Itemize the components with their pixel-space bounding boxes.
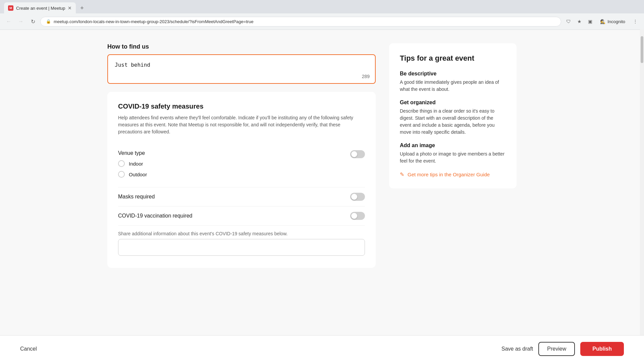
bottom-bar: Cancel Save as draft Preview Publish <box>0 335 644 362</box>
forward-button[interactable]: → <box>16 17 25 26</box>
sidebar-icon[interactable]: ▣ <box>585 17 595 26</box>
additional-info-input[interactable] <box>118 239 365 256</box>
right-sidebar: Tips for a great event Be descriptive A … <box>389 43 517 276</box>
address-bar[interactable]: 🔒 meetup.com/london-locals-new-in-town-m… <box>40 17 561 26</box>
lock-icon: 🔒 <box>46 19 51 24</box>
masks-toggle-thumb <box>351 194 357 200</box>
tip-text-image: Upload a photo or image to give members … <box>400 150 506 165</box>
how-to-find-us-container: Just behind 289 <box>107 54 376 84</box>
outdoor-label: Outdoor <box>129 172 147 177</box>
tab-close-button[interactable]: ✕ <box>68 5 72 11</box>
page-content: How to find us Just behind 289 COVID-19 … <box>87 30 557 276</box>
masks-required-row: Masks required <box>118 187 365 206</box>
main-form: How to find us Just behind 289 COVID-19 … <box>107 43 376 276</box>
back-button[interactable]: ← <box>4 17 13 26</box>
shield-icon[interactable]: 🛡 <box>564 17 573 26</box>
refresh-button[interactable]: ↻ <box>28 17 38 26</box>
favicon-icon: M <box>8 5 13 11</box>
tip-text-organized: Describe things in a clear order so it's… <box>400 108 506 136</box>
masks-required-toggle[interactable] <box>350 193 365 201</box>
browser-titlebar: M Create an event | Meetup ✕ + <box>0 0 644 13</box>
vaccination-required-row: COVID-19 vaccination required <box>118 206 365 226</box>
organizer-guide-link[interactable]: ✎ Get more tips in the Organizer Guide <box>400 171 506 178</box>
vaccination-toggle-track <box>350 212 365 220</box>
indoor-radio[interactable] <box>118 160 125 167</box>
menu-button[interactable]: ⋮ <box>631 17 640 26</box>
masks-required-label: Masks required <box>118 194 155 200</box>
indoor-label: Indoor <box>129 161 143 167</box>
tips-card: Tips for a great event Be descriptive A … <box>389 43 517 188</box>
how-to-find-us-label: How to find us <box>107 43 376 50</box>
tab-title: Create an event | Meetup <box>16 6 65 11</box>
tips-title: Tips for a great event <box>400 54 506 63</box>
incognito-button[interactable]: 🕵 Incognito <box>596 18 629 25</box>
tip-item-descriptive: Be descriptive A good title immediately … <box>400 71 506 93</box>
organizer-guide-anchor[interactable]: Get more tips in the Organizer Guide <box>408 172 490 177</box>
scrollbar[interactable] <box>640 29 644 335</box>
venue-type-toggle-track <box>350 150 365 158</box>
tip-heading-image: Add an image <box>400 142 506 148</box>
additional-info-label: Share additional information about this … <box>118 231 365 236</box>
venue-type-label: Venue type <box>118 150 350 156</box>
publish-button[interactable]: Publish <box>580 342 624 356</box>
outdoor-radio[interactable] <box>118 171 125 178</box>
incognito-label: Incognito <box>607 19 625 24</box>
right-actions: Save as draft Preview Publish <box>501 342 624 356</box>
url-text: meetup.com/london-locals-new-in-town-mee… <box>54 19 254 24</box>
covid-section: COVID-19 safety measures Help attendees … <box>107 92 376 268</box>
browser-tab[interactable]: M Create an event | Meetup ✕ <box>4 2 76 14</box>
tip-text-descriptive: A good title immediately gives people an… <box>400 79 506 93</box>
how-to-find-us-input[interactable]: Just behind <box>108 55 375 82</box>
tip-item-image: Add an image Upload a photo or image to … <box>400 142 506 165</box>
new-tab-button[interactable]: + <box>77 3 87 13</box>
masks-toggle-track <box>350 193 365 201</box>
preview-button[interactable]: Preview <box>538 342 575 356</box>
covid-description: Help attendees find events where they'll… <box>118 114 365 135</box>
tip-heading-descriptive: Be descriptive <box>400 71 506 77</box>
cancel-button[interactable]: Cancel <box>20 346 37 352</box>
outdoor-option[interactable]: Outdoor <box>118 171 350 178</box>
covid-title: COVID-19 safety measures <box>118 103 365 110</box>
tip-heading-organized: Get organized <box>400 100 506 106</box>
char-count: 289 <box>362 74 370 79</box>
vaccination-required-label: COVID-19 vaccination required <box>118 213 192 219</box>
additional-info-section: Share additional information about this … <box>118 231 365 257</box>
venue-type-left: Venue type Indoor Outdoor <box>118 150 350 182</box>
venue-type-radio-group: Indoor Outdoor <box>118 156 350 182</box>
save-draft-button[interactable]: Save as draft <box>501 346 533 352</box>
tip-item-organized: Get organized Describe things in a clear… <box>400 100 506 136</box>
vaccination-toggle[interactable] <box>350 212 365 220</box>
venue-type-toggle-thumb <box>351 151 357 157</box>
scrollbar-thumb[interactable] <box>641 36 643 63</box>
organizer-guide-icon: ✎ <box>400 171 404 178</box>
indoor-option[interactable]: Indoor <box>118 160 350 167</box>
bookmark-icon[interactable]: ★ <box>575 17 584 26</box>
browser-chrome: M Create an event | Meetup ✕ + ← → ↻ 🔒 m… <box>0 0 644 30</box>
venue-type-row: Venue type Indoor Outdoor <box>118 145 365 187</box>
browser-toolbar: ← → ↻ 🔒 meetup.com/london-locals-new-in-… <box>0 13 644 29</box>
incognito-icon: 🕵 <box>600 19 605 24</box>
venue-type-toggle[interactable] <box>350 150 365 158</box>
toolbar-icons: 🛡 ★ ▣ 🕵 Incognito ⋮ <box>564 17 640 26</box>
vaccination-toggle-thumb <box>351 213 357 219</box>
